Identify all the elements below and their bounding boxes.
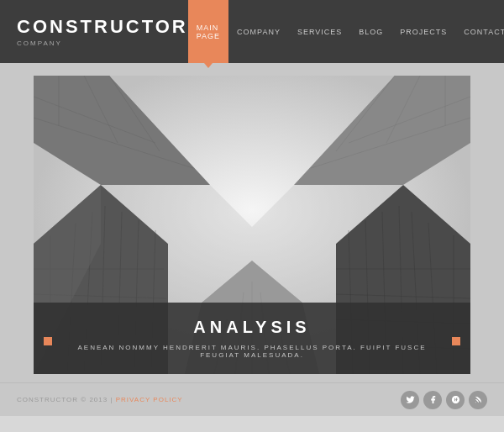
logo-title: CONSTRUCTOR [17, 16, 188, 38]
hero-overlay: ANALYSIS AENEAN NONMMY HENDRERIT MAURIS.… [34, 303, 470, 374]
nav-item-contact[interactable]: CONTACT [455, 0, 504, 63]
accent-dot-left [44, 337, 52, 345]
twitter-icon[interactable] [401, 391, 419, 409]
nav-item-services[interactable]: SERVICES [289, 0, 350, 63]
logo-subtitle: COMPANY [17, 40, 188, 47]
privacy-link[interactable]: PRIVACY POLICY [116, 396, 183, 403]
hero-image: ANALYSIS AENEAN NONMMY HENDRERIT MAURIS.… [34, 76, 470, 374]
rss-icon[interactable] [469, 391, 487, 409]
hero-title: ANALYSIS [193, 318, 310, 337]
svg-point-46 [475, 402, 475, 403]
nav-item-main-page[interactable]: MAIN PAGE [188, 0, 228, 63]
site-header: CONSTRUCTOR COMPANY MAIN PAGE COMPANY SE… [0, 0, 504, 63]
nav-item-blog[interactable]: BLOG [350, 0, 391, 63]
googleplus-icon[interactable] [446, 391, 465, 409]
nav-item-projects[interactable]: PROJECTS [391, 0, 455, 63]
logo: CONSTRUCTOR COMPANY [17, 16, 188, 47]
copyright-text: CONSTRUCTOR © 2013 | [17, 396, 113, 403]
accent-dot-right [452, 337, 460, 345]
main-nav: MAIN PAGE COMPANY SERVICES BLOG PROJECTS… [188, 0, 504, 63]
nav-item-company[interactable]: COMPANY [228, 0, 289, 63]
hero-description: AENEAN NONMMY HENDRERIT MAURIS. PHASELLU… [59, 344, 445, 359]
facebook-icon[interactable] [423, 391, 442, 409]
footer-copyright: CONSTRUCTOR © 2013 | PRIVACY POLICY [17, 396, 183, 403]
main-content: ANALYSIS AENEAN NONMMY HENDRERIT MAURIS.… [0, 63, 504, 382]
social-icons-group [401, 391, 487, 409]
site-footer: CONSTRUCTOR © 2013 | PRIVACY POLICY [0, 382, 504, 416]
